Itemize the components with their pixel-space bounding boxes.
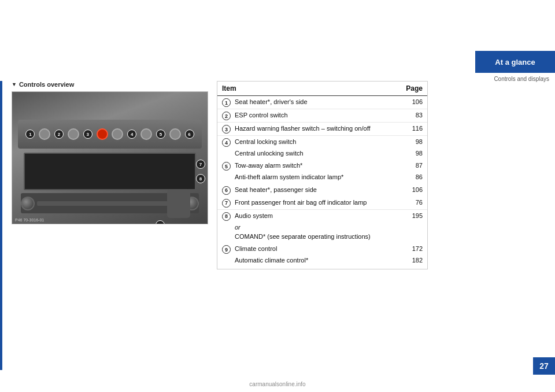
table-row: 9 Climate control 172 [217, 243, 427, 256]
row-page: 98 [394, 138, 423, 145]
left-content-area: Controls overview 1 2 3 4 5 6 7 8 [12, 81, 220, 224]
row-num: 2 [222, 111, 235, 120]
num-9-overlay: 9 [156, 220, 165, 224]
hazard-btn [97, 128, 108, 140]
dashboard-image: 1 2 3 4 5 6 7 8 [12, 91, 208, 224]
page-number: 27 [539, 361, 549, 371]
page-number-box: 27 [533, 357, 555, 375]
num-6-overlay: 6 [185, 130, 194, 139]
row-page: 86 [394, 173, 423, 180]
chapter-subtitle: Controls and displays [474, 75, 549, 83]
table-row: 3 Hazard warning flasher switch – switch… [217, 123, 427, 136]
row-text: Central unlocking switch [235, 149, 394, 158]
num-3-overlay: 3 [83, 130, 92, 139]
row-num: 6 [222, 186, 235, 195]
col-page-header: Page [394, 84, 423, 93]
num-5-overlay: 5 [156, 130, 165, 139]
table-row: 2 ESP control switch 83 [217, 109, 427, 123]
btn-3 [68, 128, 79, 140]
row-text: Anti-theft alarm system indicator lamp* [235, 173, 394, 182]
row-text: COMAND* (see separate operating instruct… [235, 232, 394, 241]
row-page: 98 [394, 149, 423, 157]
table-header: Item Page [217, 82, 427, 96]
col-item-header: Item [222, 84, 394, 93]
num-2-overlay: 2 [54, 130, 64, 139]
row-text: Seat heater*, driver's side [235, 98, 394, 106]
row-text: Climate control [235, 245, 394, 253]
center-screen: 7 8 [24, 153, 196, 190]
at-a-glance-tab: At a glance [475, 51, 555, 73]
table-row-continuation: COMAND* (see separate operating instruct… [217, 232, 427, 243]
left-climate-knob [21, 197, 35, 210]
row-page: 116 [394, 124, 423, 132]
table-row: 8 Audio system 195 [217, 210, 427, 223]
row-page: 172 [394, 245, 423, 252]
tab-label: At a glance [495, 58, 535, 66]
gear-shift: 9 [167, 189, 190, 218]
table-row-continuation: Automatic climate control* 182 [217, 256, 427, 268]
or-row: or [217, 223, 427, 232]
row-page: 76 [394, 198, 423, 206]
table-row: 1 Seat heater*, driver's side 106 [217, 96, 427, 109]
table-row: 6 Seat heater*, passenger side 106 [217, 184, 427, 197]
row-num: 4 [222, 138, 235, 147]
btn-6 [169, 128, 181, 140]
table-row: 5 Tow-away alarm switch* 87 [217, 160, 427, 172]
row-num: 8 [222, 212, 235, 221]
num-4-overlay: 4 [127, 130, 136, 139]
table-row-continuation: Anti-theft alarm system indicator lamp* … [217, 172, 427, 183]
row-page [394, 232, 423, 233]
row-text: Hazard warning flasher switch – switchin… [235, 124, 394, 133]
row-page: 106 [394, 98, 423, 105]
num-1-overlay: 1 [25, 130, 35, 139]
btn-5 [140, 128, 152, 140]
btn-4 [112, 128, 123, 140]
table-row: 4 Central locking switch 98 [217, 136, 427, 149]
left-accent-line [0, 81, 2, 370]
row-text: Central locking switch [235, 138, 394, 146]
row-text: Front passenger front air bag off indica… [235, 198, 394, 207]
row-num: 3 [222, 124, 235, 134]
row-text: ESP control switch [235, 111, 394, 120]
row-page: 83 [394, 111, 423, 119]
row-text: Automatic climate control* [235, 256, 394, 265]
row-num: 1 [222, 98, 235, 107]
num-7-overlay: 7 [196, 160, 205, 169]
row-page: 106 [394, 186, 423, 193]
row-page: 195 [394, 212, 423, 219]
section-header: Controls overview [12, 81, 220, 88]
image-caption: P46 70-3016-01 [15, 218, 44, 222]
btn-2 [39, 128, 50, 140]
row-text: Audio system [235, 212, 394, 220]
table-row: 7 Front passenger front air bag off indi… [217, 197, 427, 210]
row-num: 9 [222, 245, 235, 254]
row-page: 182 [394, 256, 423, 264]
row-page: 87 [394, 161, 423, 169]
items-table: Item Page 1 Seat heater*, driver's side … [217, 81, 428, 269]
table-row-continuation: Central unlocking switch 98 [217, 149, 427, 160]
row-text: Seat heater*, passenger side [235, 186, 394, 194]
dashboard-visual: 1 2 3 4 5 6 7 8 [12, 92, 208, 224]
watermark: carmanualsonline.info [249, 381, 305, 387]
row-text: Tow-away alarm switch* [235, 161, 394, 170]
num-8-overlay: 8 [196, 174, 205, 183]
row-num: 5 [222, 161, 235, 171]
dash-top-row: 1 2 3 4 5 6 [18, 120, 202, 149]
row-num: 7 [222, 198, 235, 208]
